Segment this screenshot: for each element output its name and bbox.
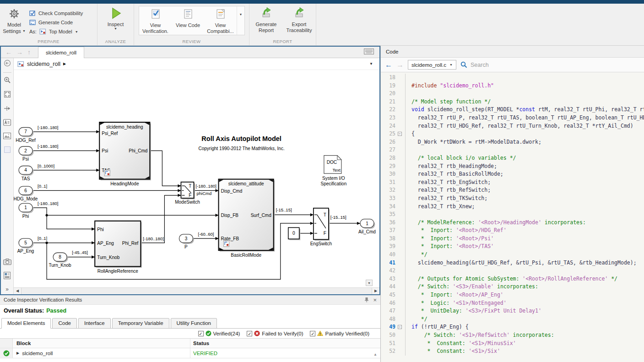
review-gallery-caret[interactable]: ▼ — [237, 6, 244, 35]
inport-TAS[interactable]: 4TAS[0..1000] — [19, 163, 54, 181]
top-model-select[interactable]: As: Top Model ▼ — [29, 27, 83, 36]
area-box-icon[interactable] — [4, 146, 11, 155]
fold-collapse-icon[interactable]: − — [398, 325, 402, 329]
code-line[interactable]: 42 — [381, 267, 644, 275]
code-line[interactable]: 35 — [381, 211, 644, 219]
expand-palette-icon[interactable]: » — [5, 286, 9, 292]
column-header-block[interactable]: Block — [13, 339, 190, 348]
code-line[interactable]: 22void slcidemo_roll_step(RT_MODEL *cons… — [381, 106, 644, 114]
code-line[interactable]: 47 * UnitDelay: '<S3>/FixPt Unit Delay1' — [381, 307, 644, 315]
check-compatibility-button[interactable]: Check Compatibility — [29, 9, 83, 18]
history-back-icon[interactable]: ← — [5, 49, 12, 56]
code-line[interactable]: 24 real32_T rtU_HDG_Ref, real32_T rtU_Tu… — [381, 122, 644, 130]
outport-Ail_Cmd[interactable]: 1Ail_Cmd — [358, 219, 376, 234]
inport-HDG_Ref[interactable]: 7HDG_Ref[-180..180] — [16, 124, 58, 142]
pin-icon[interactable] — [364, 297, 369, 303]
view-compatibility-button[interactable]: View Compatibi... — [204, 6, 237, 35]
table-scroll-up-icon[interactable]: ▲ — [373, 352, 377, 357]
inport-HDG_Mode[interactable]: 6HDG_Mode[0..1] — [14, 184, 47, 201]
checkbox[interactable]: ✓ — [247, 331, 252, 336]
checkbox[interactable]: ✓ — [198, 331, 204, 336]
view-verification-button[interactable]: View Verification. — [139, 6, 172, 35]
code-forward-icon[interactable]: → — [396, 61, 404, 69]
file-select-dropdown[interactable]: slcidemo_roll.c ▼ — [408, 60, 456, 70]
code-listing[interactable]: 1819#include "slcidemo_roll.h"2021/* Mod… — [381, 72, 644, 362]
breadcrumb-model-name[interactable]: slcidemo_roll — [27, 61, 60, 67]
scroll-left-icon[interactable]: ◀ — [14, 288, 21, 294]
inport-Psi[interactable]: 2Psi[-180..180] — [19, 144, 58, 162]
code-line[interactable]: 18 — [381, 74, 644, 82]
inport-Turn_Knob[interactable]: 8Turn_Knob[-45..45] — [49, 250, 88, 268]
screenshot-icon[interactable] — [3, 259, 11, 267]
zoom-icon[interactable] — [4, 76, 11, 86]
close-icon[interactable]: × — [373, 297, 377, 303]
generate-code-button[interactable]: Generate Code — [29, 18, 83, 27]
code-line[interactable]: 34 real32_T rtb_Xnew; — [381, 203, 644, 211]
code-line[interactable]: 23 real32_T rtU_P, real32_T rtU_TAS, boo… — [381, 114, 644, 122]
code-line[interactable]: 19#include "slcidemo_roll.h" — [381, 82, 644, 90]
code-line[interactable]: 37 * Inport: '<Root>/HDG_Ref' — [381, 227, 644, 235]
block-constant-0[interactable]: 0 — [288, 227, 301, 240]
code-line[interactable]: 28 /* local block i/o variables */ — [381, 154, 644, 162]
code-line[interactable]: 41 slcidemo_heading(&rtU_HDG_Ref, &rtU_P… — [381, 259, 644, 267]
table-row[interactable]: ▶slcidemo_rollVERIFIED — [0, 348, 380, 358]
block-doc[interactable]: DOCTextSystem I/OSpecification — [321, 156, 347, 186]
block-BasicRollMode[interactable]: slcidemo_attitudeDisp_CmdDisp_FBRate_FBS… — [219, 179, 275, 258]
tab-slcidemo-roll[interactable]: slcidemo_roll — [38, 47, 84, 58]
block-EngSwitch[interactable]: TFEngSwitch — [310, 208, 332, 246]
vertical-scroll-down-icon[interactable]: ▼ — [366, 280, 373, 286]
block-RollAngleReference[interactable]: PhiAP_EngTurn_KnobPhi_RefRollAngleRefere… — [95, 221, 142, 274]
filter-verified[interactable]: ✓Verified(24) — [198, 330, 240, 336]
code-line[interactable]: 46 * Logic: '<S1>/NotEngaged' — [381, 299, 644, 308]
navigate-up-icon[interactable]: ↑ — [27, 49, 31, 56]
signal-wire[interactable] — [47, 215, 95, 229]
model-canvas[interactable]: [-180..180]phiCmd[-180..180][-15..15][-1… — [14, 70, 379, 287]
history-forward-icon[interactable]: → — [16, 49, 23, 56]
scroll-right-icon[interactable]: ▶ — [372, 288, 379, 294]
code-line[interactable]: 43 /* Outputs for Atomic SubSystem: '<Ro… — [381, 275, 644, 283]
results-tab-code[interactable]: Code — [52, 318, 77, 329]
navigate-back-icon[interactable] — [4, 59, 11, 69]
results-tab-model-elements[interactable]: Model Elements — [1, 318, 51, 329]
code-back-icon[interactable]: ← — [385, 61, 392, 69]
code-line[interactable]: 20 — [381, 90, 644, 98]
image-icon[interactable] — [3, 133, 11, 141]
code-line[interactable]: 27 — [381, 146, 644, 154]
search-input[interactable] — [471, 62, 644, 68]
code-line[interactable]: 31 real32_T rtb_EngSwitch; — [381, 178, 644, 187]
breadcrumb-dropdown-icon[interactable]: ▼ — [369, 62, 373, 66]
code-line[interactable]: 44 /* Switch: '<S3>/Enable' incorporates… — [381, 283, 644, 291]
viewmarks-icon[interactable] — [4, 272, 11, 281]
code-line[interactable]: 50 /* Switch: '<S1>/RefSwitch' incorpora… — [381, 331, 644, 340]
code-line[interactable]: 45 * Inport: '<Root>/AP_Eng' — [381, 291, 644, 299]
code-line[interactable]: 32 real32_T rtb_RefSwitch; — [381, 186, 644, 195]
code-line[interactable]: 36 /* ModelReference: '<Root>/HeadingMod… — [381, 219, 644, 227]
code-line[interactable]: 39 * Inport: '<Root>/TAS' — [381, 243, 644, 251]
row-expander-icon[interactable]: ▶ — [16, 351, 19, 355]
code-line[interactable]: 48 */ — [381, 315, 644, 324]
code-line[interactable]: 25−{ — [381, 130, 644, 138]
block-HeadingMode[interactable]: slcidemo_headingPsi_RefPsiTASPhi_CmdHead… — [99, 122, 151, 186]
results-tab-temporary-variable[interactable]: Temporary Variable — [112, 318, 169, 329]
filter-failed[interactable]: ✓Failed to Verify(0) — [247, 330, 303, 336]
code-line[interactable]: 49−if (!rtU_AP_Eng) { — [381, 323, 644, 331]
code-line[interactable]: 26 D_Work *rtDWork = rtM->ModelData.dwor… — [381, 138, 644, 146]
signal-wire[interactable] — [150, 151, 181, 186]
signal-wire[interactable] — [32, 208, 219, 216]
keyboard-icon[interactable] — [364, 48, 374, 56]
results-tab-utility-function[interactable]: Utility Function — [171, 318, 217, 329]
horizontal-scrollbar[interactable]: ◀ ▶ — [14, 287, 379, 294]
code-line[interactable]: 21/* Model step function */ — [381, 98, 644, 106]
code-line[interactable]: 52 * Constant: '<S1>/Six' — [381, 347, 644, 356]
checkbox[interactable]: ✓ — [310, 331, 315, 336]
annotation-icon[interactable] — [3, 119, 11, 128]
signal-routing-icon[interactable] — [4, 105, 11, 114]
code-line[interactable]: 30 real32_T rtb_BasicRollMode; — [381, 170, 644, 178]
inspect-button[interactable]: Inspect ▼ — [97, 4, 134, 30]
fit-to-view-icon[interactable] — [4, 91, 11, 100]
code-line[interactable]: 51 * Constant: '<S1>/MinusSix' — [381, 340, 644, 348]
scrollbar-track[interactable] — [21, 288, 372, 294]
code-line[interactable]: 29 real32_T rtb_HeadingMode; — [381, 162, 644, 171]
view-code-button[interactable]: View Code — [172, 6, 204, 35]
filter-partial[interactable]: ✓Partially Verified(0) — [310, 330, 369, 336]
